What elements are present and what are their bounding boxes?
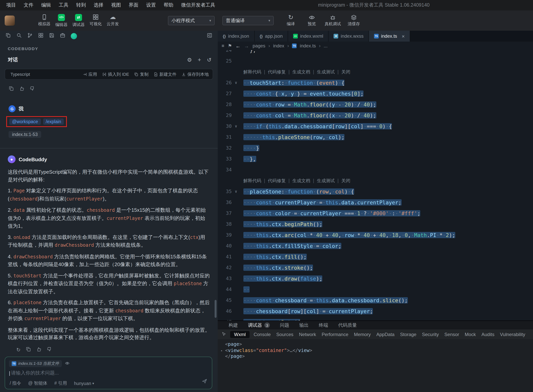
code-line-43[interactable]: 43····this.ctx.draw(false); xyxy=(218,273,533,284)
devtools-tab-memory[interactable]: Memory xyxy=(352,331,373,338)
code-line-33[interactable]: 33··}, xyxy=(218,154,533,164)
forward-arrow-icon[interactable]: → xyxy=(244,43,249,49)
send-icon[interactable] xyxy=(202,378,207,385)
tab-conversation[interactable]: 对话 xyxy=(8,56,18,63)
save-icon[interactable] xyxy=(49,33,54,40)
collapse-panel-icon[interactable] xyxy=(207,33,212,40)
menu-item-edit[interactable]: 编辑 xyxy=(37,0,55,10)
history-icon[interactable]: ↺ xyxy=(207,57,212,63)
fold-chevron-icon[interactable]: ∨ xyxy=(232,121,240,132)
copy-icon[interactable] xyxy=(26,346,31,353)
explain-chip[interactable]: /explain xyxy=(43,118,64,125)
devtools-tab-storage[interactable]: Storage xyxy=(398,331,418,338)
menu-item-file[interactable]: 文件 xyxy=(20,0,37,10)
devtools-tab-vulnerability[interactable]: Vulnerability xyxy=(498,331,527,338)
input-action-reference[interactable]: # 引用 xyxy=(54,380,67,386)
package-icon[interactable] xyxy=(60,33,65,40)
save-local-button[interactable]: 保存到本地 xyxy=(182,71,209,77)
extensions-icon[interactable] xyxy=(38,33,43,40)
file-reference-chip[interactable]: index.ts:1-53 xyxy=(9,131,41,138)
devtools-tab-console[interactable]: Console xyxy=(252,331,272,338)
codelens-generate-docs[interactable]: 生成文档 xyxy=(292,178,310,184)
code-line-42[interactable]: 42····this.ctx.stroke(); xyxy=(218,262,533,273)
codelens-fix-code[interactable]: 代码修复 xyxy=(268,178,286,184)
code-line-32[interactable]: 32····} xyxy=(218,143,533,154)
code-line-31[interactable]: 31······this.placeStone(row,·col); xyxy=(218,132,533,143)
code-line-28[interactable]: 28····const·row·=·Math.floor((y·-·20)·/·… xyxy=(218,99,533,110)
panel-tab-debugger[interactable]: 调试器3 xyxy=(248,322,270,328)
editor-tab-index-json[interactable]: {}index.json xyxy=(218,31,255,42)
workspace-chip[interactable]: @workspace xyxy=(9,118,41,125)
menu-item-settings[interactable]: 设置 xyxy=(142,0,160,10)
menu-item-interface[interactable]: 界面 xyxy=(125,0,142,10)
thumbs-up-icon[interactable] xyxy=(19,86,24,93)
devtools-tab-wxml[interactable]: Wxml xyxy=(230,331,250,338)
new-file-button[interactable]: 新建文件 xyxy=(154,71,176,77)
input-action-agent[interactable]: @ 智能体 xyxy=(28,380,47,386)
outline-list-icon[interactable]: ≡ xyxy=(222,43,224,49)
menu-item-wechat-devtools[interactable]: 微信开发者工具 xyxy=(177,0,219,10)
codelens-explain-code[interactable]: 解释代码 xyxy=(243,69,261,75)
input-action-command[interactable]: / 指令 xyxy=(10,380,21,386)
code-line-41[interactable]: 41····this.ctx.fill(); xyxy=(218,251,533,262)
devtools-tab-network[interactable]: Network xyxy=(297,331,318,338)
toolbar-editor-button[interactable]: </>编辑器 xyxy=(53,14,70,27)
fold-chevron-icon[interactable]: ∨ xyxy=(232,317,240,321)
devtools-tab-mock[interactable]: Mock xyxy=(463,331,477,338)
mode-select[interactable]: 小程序模式 ▾ xyxy=(168,16,215,25)
fold-chevron-icon[interactable]: ∨ xyxy=(232,77,240,88)
wxml-tree-row[interactable]: ▸<view class="container">…</view> xyxy=(221,348,533,354)
code-line-25[interactable]: 25 xyxy=(218,56,533,66)
menu-item-selection[interactable]: 选择 xyxy=(90,0,107,10)
close-tab-icon[interactable]: × xyxy=(402,33,405,39)
code-line-38[interactable]: 38····this.ctx.beginPath(); xyxy=(218,219,533,230)
codelens-close[interactable]: 关闭 xyxy=(341,178,350,184)
devtools-tab-security[interactable]: Security xyxy=(420,331,440,338)
compile-select[interactable]: 普通编译 ▾ xyxy=(222,16,274,25)
menu-item-tools[interactable]: 工具 xyxy=(55,0,72,10)
code-line-44[interactable]: 44·· xyxy=(218,284,533,295)
wxml-tree-row[interactable]: </page> xyxy=(221,354,533,359)
codelens-close[interactable]: 关闭 xyxy=(341,69,350,75)
codelens-generate-docs[interactable]: 生成文档 xyxy=(292,69,310,75)
code-line-37[interactable]: 37····const·color·=·currentPlayer·===·1·… xyxy=(218,208,533,219)
breadcrumb-item[interactable]: pages xyxy=(253,43,265,49)
code-line-45[interactable]: 45····const·chessboard·=·this.data.chess… xyxy=(218,295,533,306)
code-line-30[interactable]: 30∨····if·(this.data.chessboard[row][col… xyxy=(218,121,533,132)
code-line-29[interactable]: 29····const·col·=·Math.floor((x·-·20)·/·… xyxy=(218,110,533,121)
regenerate-icon[interactable]: ↻ xyxy=(16,347,21,353)
editor-tab-app-json[interactable]: {}app.json xyxy=(255,31,288,42)
toolbar-clear-cache-button[interactable]: 清缓存 xyxy=(345,14,362,27)
devtools-tab-appdata[interactable]: AppData xyxy=(375,331,396,338)
chat-input-placeholder[interactable]: 请输入你的技术问题... xyxy=(11,370,59,377)
fold-chevron-icon[interactable]: ∨ xyxy=(232,186,240,197)
menu-item-project[interactable]: 项目 xyxy=(0,0,20,10)
editor-tab-index-ts[interactable]: TSindex.ts× xyxy=(369,31,410,42)
code-line-34[interactable]: 34 xyxy=(218,164,533,175)
devtools-tab-performance[interactable]: Performance xyxy=(320,331,350,338)
search-icon[interactable] xyxy=(16,33,22,40)
menu-item-go[interactable]: 转到 xyxy=(72,0,90,10)
input-action-model[interactable]: hunyuan▾ xyxy=(74,381,94,386)
panel-tab-output[interactable]: 输出 xyxy=(299,322,309,328)
toolbar-cloud-dev-button[interactable]: ☁云开发 xyxy=(104,14,121,27)
code-line-47[interactable]: 47∨····this.setData({ xyxy=(218,317,533,321)
inspect-element-icon[interactable] xyxy=(222,331,226,338)
code-line-36[interactable]: 36····const·currentPlayer·=·this.data.cu… xyxy=(218,197,533,208)
editor-tab-index-wxss[interactable]: Windex.wxss xyxy=(329,31,369,42)
thumbs-up-icon[interactable] xyxy=(36,346,42,353)
panel-tab-issues[interactable]: 问题 xyxy=(280,322,289,328)
code-line-39[interactable]: 39····this.ctx.arc(col·*·40·+·40,·row·*·… xyxy=(218,230,533,240)
insert-to-ide-button[interactable]: 插入到 IDE xyxy=(102,71,129,77)
chat-scrollbar[interactable] xyxy=(215,300,217,318)
editor-tab-index-wxml[interactable]: <>index.wxml xyxy=(288,31,329,42)
breadcrumb-item[interactable]: index.ts xyxy=(300,43,316,49)
apply-button[interactable]: 应用 xyxy=(83,71,97,77)
codelens-fix-code[interactable]: 代码修复 xyxy=(268,69,286,75)
panel-tab-build[interactable]: 构建 xyxy=(229,322,238,328)
code-line-27[interactable]: 27····const·{·x,·y·}·=·event.touches[0]; xyxy=(218,88,533,99)
thumbs-down-icon[interactable] xyxy=(29,86,35,93)
code-line-40[interactable]: 40····this.ctx.fillStyle·=·color; xyxy=(218,240,533,251)
toolbar-preview-button[interactable]: 预览 xyxy=(303,14,320,27)
wxml-tree-row[interactable]: <page> xyxy=(221,341,533,348)
